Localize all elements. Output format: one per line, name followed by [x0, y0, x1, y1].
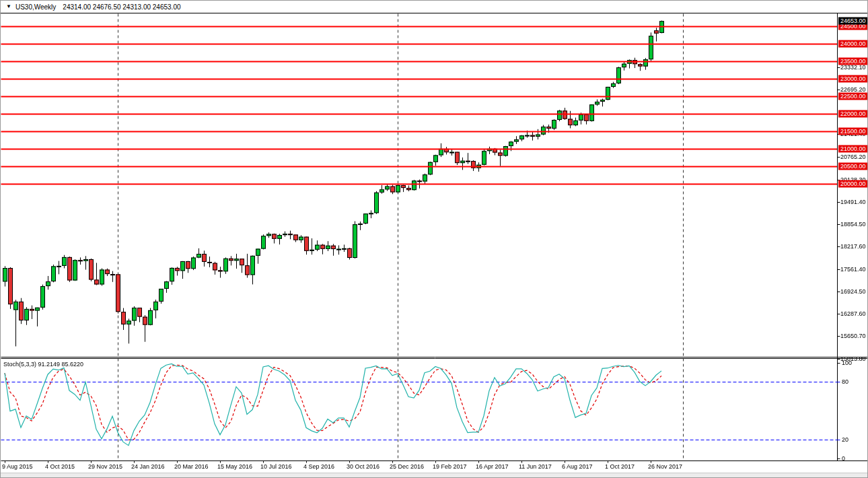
date-tick-label: 11 Jun 2017 — [519, 463, 552, 470]
horizontal-level-label[interactable]: 20500.00 — [838, 163, 868, 170]
horizontal-level-label[interactable]: 23500.00 — [838, 58, 868, 65]
horizontal-level-label[interactable]: 21500.00 — [838, 128, 868, 135]
price-tick-label: 16924.50 — [840, 288, 866, 295]
price-tick-label: 20765.20 — [840, 153, 866, 160]
date-tick-label: 9 Aug 2015 — [2, 463, 33, 470]
date-tick-label: 6 Aug 2017 — [562, 463, 593, 470]
stoch-tick-label: 0 — [842, 455, 845, 462]
stoch-values: 91.2149 85.6220 — [38, 361, 84, 368]
date-tick-label: 10 Jul 2016 — [260, 463, 292, 470]
price-tick-label: 16287.60 — [840, 310, 866, 317]
stoch-tick-label: 100 — [842, 360, 852, 366]
horizontal-level-label[interactable]: 20000.00 — [838, 180, 868, 188]
date-tick-label: 29 Nov 2015 — [88, 463, 122, 470]
price-tick-label: 17561.40 — [840, 266, 866, 273]
stoch-tick-label: 20 — [842, 436, 848, 443]
stoch-indicator-label: Stoch(5,3,3) 91.2149 85.6220 — [3, 361, 83, 368]
chart-header: ▼ US30,Weekly 24314.00 24676.50 24313.00… — [1, 1, 868, 13]
price-tick-label: 18217.60 — [840, 243, 866, 250]
horizontal-level-label[interactable]: 22000.00 — [838, 110, 868, 118]
horizontal-level-label[interactable]: 23000.00 — [838, 75, 868, 83]
symbol-period-label: US30,Weekly — [15, 3, 56, 11]
date-tick-label: 19 Feb 2017 — [433, 463, 467, 470]
price-tick-label: 15650.70 — [840, 333, 866, 339]
stoch-name: Stoch(5,3,3) — [3, 361, 36, 368]
current-price-label: 24653.00 — [838, 18, 868, 25]
date-tick-label: 25 Dec 2016 — [390, 463, 424, 470]
date-tick-label: 16 Apr 2017 — [476, 463, 509, 470]
horizontal-level-label[interactable]: 21000.00 — [838, 145, 868, 153]
price-chart-canvas[interactable] — [1, 1, 868, 478]
horizontal-level-label[interactable]: 22500.00 — [838, 93, 868, 100]
price-tick-label: 22695.20 — [840, 86, 866, 93]
ohlc-values: 24314.00 24676.50 24313.00 24653.00 — [63, 3, 180, 11]
date-tick-label: 4 Sep 2016 — [303, 463, 334, 470]
price-tick-label: 19491.40 — [840, 199, 866, 205]
chart-dropdown-icon[interactable]: ▼ — [6, 4, 11, 9]
date-tick-label: 24 Jan 2016 — [131, 463, 165, 470]
date-tick-label: 30 Oct 2016 — [347, 463, 379, 470]
date-tick-label: 20 Mar 2016 — [174, 463, 209, 470]
price-tick-label: 18854.50 — [840, 221, 866, 228]
chart-window: ▼ US30,Weekly 24314.00 24676.50 24313.00… — [0, 0, 868, 478]
stoch-tick-label: 80 — [842, 378, 848, 385]
date-tick-label: 26 Nov 2017 — [648, 463, 682, 470]
date-tick-label: 1 Oct 2017 — [605, 463, 635, 470]
bottom-margin-strip — [1, 473, 868, 478]
date-tick-label: 15 May 2016 — [217, 463, 252, 470]
horizontal-level-label[interactable]: 24000.00 — [838, 40, 868, 48]
date-tick-label: 4 Oct 2015 — [45, 463, 75, 470]
